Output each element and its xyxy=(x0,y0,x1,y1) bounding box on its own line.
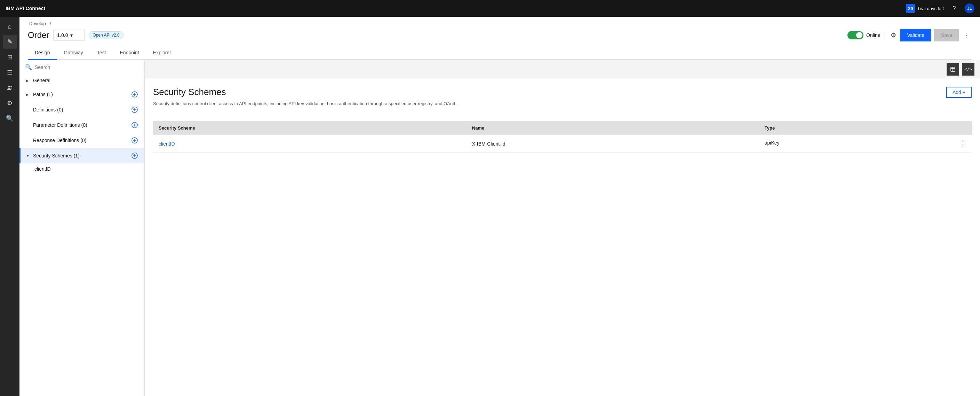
add-definition-icon[interactable] xyxy=(130,105,139,114)
sidebar-item-list[interactable]: ☰ xyxy=(3,65,17,80)
settings-gear-button[interactable]: ⚙ xyxy=(889,30,897,40)
header-actions: Online ⚙ Validate Save ⋮ xyxy=(848,29,972,42)
section-title: Security Schemes xyxy=(153,87,458,97)
nav-item-response-definitions[interactable]: ▶ Response Definitions (0) xyxy=(19,133,144,148)
sidebar-item-search[interactable]: 🔍 xyxy=(3,112,17,125)
add-security-scheme-icon[interactable] xyxy=(130,152,139,160)
code-view-icon-button[interactable]: </> xyxy=(962,63,974,75)
section-title-block: Security Schemes Security definitions co… xyxy=(153,87,458,116)
user-avatar[interactable]: JL xyxy=(965,3,974,13)
add-response-def-icon[interactable] xyxy=(130,136,139,145)
toggle-knob xyxy=(856,32,862,38)
table-row: clientID X-IBM-Client-Id apiKey ⋮ xyxy=(153,135,972,153)
cell-type: apiKey ⋮ xyxy=(759,135,972,153)
breadcrumb[interactable]: Develop / xyxy=(28,21,972,26)
svg-point-0 xyxy=(8,86,10,88)
search-bar: 🔍 xyxy=(19,60,144,74)
sidebar-item-home[interactable]: ⌂ xyxy=(3,19,17,34)
online-label: Online xyxy=(866,32,880,38)
cell-scheme: clientID xyxy=(153,135,466,153)
cell-name: X-IBM-Client-Id xyxy=(466,135,759,153)
brand-label: IBM API Connect xyxy=(6,6,45,11)
add-security-scheme-button[interactable]: Add + xyxy=(946,87,972,98)
nav-item-param-definitions[interactable]: ▶ Parameter Definitions (0) xyxy=(19,117,144,133)
nav-item-security-schemes[interactable]: ▼ Security Schemes (1) xyxy=(19,148,144,163)
api-title: Order xyxy=(28,30,49,40)
trial-days-count: 29 xyxy=(906,4,915,13)
version-select[interactable]: 1.0.0 ▾ xyxy=(53,30,84,41)
right-panel: </> Security Schemes Security definition… xyxy=(145,60,980,396)
divider xyxy=(885,32,885,39)
search-input[interactable] xyxy=(35,64,139,70)
chevron-down-icon: ▼ xyxy=(26,154,31,158)
sidebar-item-settings[interactable]: ⚙ xyxy=(3,96,17,110)
nav-item-label: Definitions (0) xyxy=(33,107,130,112)
nav-item-label: Security Schemes (1) xyxy=(33,153,130,158)
trial-days-label: Trial days left xyxy=(917,6,944,11)
content-area: Develop / Order 1.0.0 ▾ Open API v2.0 On… xyxy=(19,17,980,396)
section-content: Security Schemes Security definitions co… xyxy=(145,78,980,396)
add-param-def-icon[interactable] xyxy=(130,121,139,129)
section-header-row: Security Schemes Security definitions co… xyxy=(153,87,972,116)
nav-item-label: Paths (1) xyxy=(33,92,130,97)
right-toolbar: </> xyxy=(145,60,980,78)
edit-view-icon-button[interactable] xyxy=(947,63,959,75)
nav-sub-item-label: clientID xyxy=(35,166,51,172)
validate-button[interactable]: Validate xyxy=(900,29,932,42)
left-panel: 🔍 ▶ General ▶ Paths (1) xyxy=(19,60,145,396)
save-button: Save xyxy=(934,29,959,42)
app-layout: ⌂ ✎ ⊞ ☰ ⚙ 🔍 Develop / Order 1.0.0 ▾ Open… xyxy=(0,17,980,396)
icon-sidebar: ⌂ ✎ ⊞ ☰ ⚙ 🔍 xyxy=(0,17,19,396)
table-body: clientID X-IBM-Client-Id apiKey ⋮ xyxy=(153,135,972,153)
svg-rect-17 xyxy=(951,67,955,72)
main-body: 🔍 ▶ General ▶ Paths (1) xyxy=(19,60,980,396)
sidebar-item-edit[interactable]: ✎ xyxy=(3,35,17,49)
nav-item-label: General xyxy=(33,78,139,83)
section-description: Security definitions control client acce… xyxy=(153,100,458,107)
chevron-right-icon: ▶ xyxy=(26,93,31,96)
col-security-scheme: Security Scheme xyxy=(153,121,466,135)
tab-test[interactable]: Test xyxy=(90,46,113,60)
nav-item-definitions[interactable]: ▶ Definitions (0) xyxy=(19,102,144,117)
top-nav-right: 29 Trial days left ? JL xyxy=(906,3,974,13)
trial-badge: 29 Trial days left xyxy=(906,4,944,13)
col-type: Type xyxy=(759,121,972,135)
help-icon[interactable]: ? xyxy=(950,3,959,13)
api-badge: Open API v2.0 xyxy=(89,31,123,39)
page-header: Develop / Order 1.0.0 ▾ Open API v2.0 On… xyxy=(19,17,980,60)
overflow-menu-button[interactable]: ⋮ xyxy=(962,30,972,41)
nav-item-general[interactable]: ▶ General xyxy=(19,74,144,87)
header-row: Order 1.0.0 ▾ Open API v2.0 Online ⚙ Va xyxy=(28,29,972,45)
tabs-row: Design Gateway Test Endpoint Explorer xyxy=(28,46,972,60)
nav-item-label: Response Definitions (0) xyxy=(33,137,130,143)
nav-tree: ▶ General ▶ Paths (1) xyxy=(19,74,144,396)
svg-point-1 xyxy=(10,86,12,88)
sidebar-item-grid[interactable]: ⊞ xyxy=(3,50,17,64)
brand-area: IBM API Connect xyxy=(6,6,45,11)
nav-item-paths[interactable]: ▶ Paths (1) xyxy=(19,87,144,102)
tab-explorer[interactable]: Explorer xyxy=(146,46,178,60)
nav-item-label: Parameter Definitions (0) xyxy=(33,122,130,128)
tab-endpoint[interactable]: Endpoint xyxy=(113,46,146,60)
search-icon: 🔍 xyxy=(25,64,32,70)
online-toggle-switch[interactable] xyxy=(848,31,864,39)
top-navigation: IBM API Connect 29 Trial days left ? JL xyxy=(0,0,980,17)
row-overflow-button[interactable]: ⋮ xyxy=(960,140,966,148)
tab-gateway[interactable]: Gateway xyxy=(57,46,90,60)
add-path-icon[interactable] xyxy=(130,90,139,99)
chevron-right-icon: ▶ xyxy=(26,79,31,83)
tab-design[interactable]: Design xyxy=(28,46,57,60)
security-schemes-table: Security Scheme Name Type clientID X-IBM… xyxy=(153,121,972,153)
sidebar-item-users[interactable] xyxy=(3,81,17,95)
online-toggle: Online xyxy=(848,31,880,39)
col-name: Name xyxy=(466,121,759,135)
chevron-down-icon: ▾ xyxy=(70,32,73,38)
table-header: Security Scheme Name Type xyxy=(153,121,972,135)
scheme-link-clientid[interactable]: clientID xyxy=(159,141,175,147)
nav-sub-item-clientid[interactable]: clientID xyxy=(19,163,144,174)
